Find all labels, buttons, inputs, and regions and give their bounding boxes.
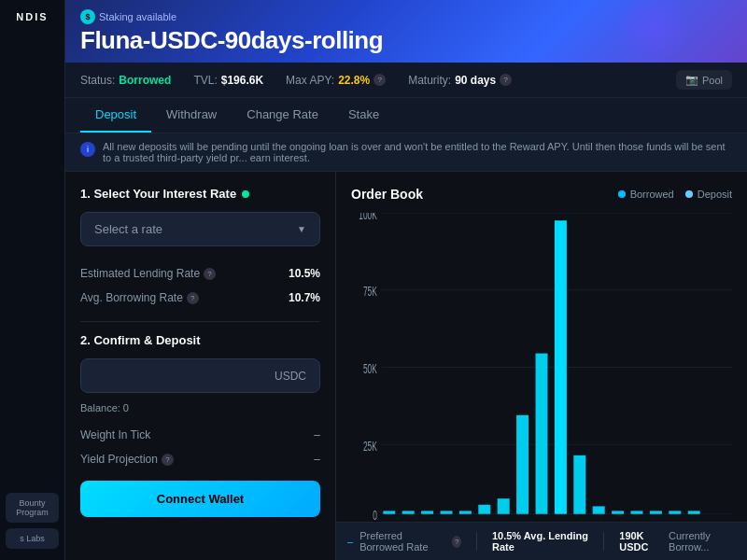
svg-rect-20	[573, 455, 585, 514]
footer-avg-val: 10.5% Avg. Lending Rate	[492, 530, 589, 553]
svg-rect-24	[650, 511, 662, 513]
status-item-tvl: TVL: $196.6K	[193, 74, 263, 87]
svg-rect-21	[593, 506, 605, 513]
rate-select-placeholder: Select a rate	[94, 222, 162, 236]
svg-rect-26	[688, 511, 700, 513]
yield-label: Yield Projection ?	[80, 453, 174, 466]
tab-change-rate[interactable]: Change Rate	[232, 98, 333, 133]
yield-val: –	[314, 453, 320, 466]
chart-title: Order Book	[351, 187, 423, 202]
svg-text:25K: 25K	[363, 438, 377, 454]
legend-borrowed-dot	[618, 190, 626, 198]
sidebar-bottom: Bounty Program s Labs	[0, 493, 64, 549]
footer-preferred-rate: – Preferred Borrowed Rate ?	[347, 530, 461, 553]
pool-title: Fluna-USDC-90days-rolling	[80, 26, 732, 55]
rate-select[interactable]: Select a rate ▼	[80, 212, 320, 246]
maturity-help-icon[interactable]: ?	[500, 74, 512, 86]
content-area: 1. Select Your Interest Rate Select a ra…	[65, 172, 747, 560]
tab-withdraw[interactable]: Withdraw	[151, 98, 232, 133]
legend-deposit-label: Deposit	[698, 189, 732, 200]
footer-divider1	[476, 532, 477, 551]
balance-label: Balance: 0	[80, 402, 320, 413]
svg-rect-17	[516, 415, 529, 514]
pool-camera-icon: 📷	[685, 74, 698, 86]
sidebar-item-labs[interactable]: s Labs	[6, 528, 59, 549]
weight-val: –	[314, 428, 320, 441]
est-lending-val: 10.5%	[289, 267, 320, 280]
avg-borrow-row: Avg. Borrowing Rate ? 10.7%	[80, 286, 320, 310]
svg-rect-22	[612, 511, 624, 513]
avg-borrow-label: Avg. Borrowing Rate ?	[80, 291, 199, 304]
chart-area: 100K 75K 50K 25K 0	[351, 213, 732, 522]
deposit-input-group[interactable]: USDC	[80, 358, 320, 393]
section1-title: 1. Select Your Interest Rate	[80, 187, 320, 201]
pool-badge[interactable]: 📷 Pool	[676, 70, 732, 90]
chart-footer: – Preferred Borrowed Rate ? 10.5% Avg. L…	[336, 522, 747, 560]
divider	[80, 321, 320, 322]
status-dot	[242, 190, 249, 198]
footer-avg-lending: 10.5% Avg. Lending Rate	[492, 530, 589, 553]
status-item-apy: Max APY: 22.8% ?	[286, 74, 386, 87]
svg-text:0: 0	[373, 508, 377, 522]
header-banner: $ Staking available Fluna-USDC-90days-ro…	[65, 0, 747, 63]
tab-deposit[interactable]: Deposit	[80, 98, 151, 133]
yield-help-icon[interactable]: ?	[162, 454, 174, 466]
legend-borrowed: Borrowed	[618, 189, 674, 200]
footer-pref-label: Preferred Borrowed Rate	[359, 530, 447, 553]
legend-borrowed-label: Borrowed	[630, 189, 674, 200]
legend-deposit: Deposit	[685, 189, 732, 200]
currency-label: USDC	[275, 370, 306, 383]
footer-borrowed-val: 190K USDC	[619, 530, 664, 553]
maturity-value: 90 days	[455, 74, 496, 87]
svg-rect-14	[459, 511, 472, 513]
svg-text:75K: 75K	[363, 284, 377, 300]
info-icon: i	[80, 142, 95, 157]
svg-rect-16	[498, 498, 510, 514]
svg-rect-25	[669, 511, 681, 513]
sidebar-item-bounty[interactable]: Bounty Program	[6, 493, 59, 523]
dash-icon: –	[347, 536, 353, 547]
chart-legend: Borrowed Deposit	[618, 189, 732, 200]
status-item-status: Status: Borrowed	[80, 74, 171, 87]
tabs: Deposit Withdraw Change Rate Stake	[65, 98, 747, 133]
coin-icon: $	[80, 9, 95, 24]
weight-label: Weight In Tick	[80, 428, 150, 441]
avg-borrow-val: 10.7%	[289, 291, 320, 304]
yield-row: Yield Projection ? –	[80, 447, 320, 471]
est-lending-help-icon[interactable]: ?	[204, 268, 216, 280]
info-banner: i All new deposits will be pending until…	[65, 133, 747, 172]
svg-text:100K: 100K	[359, 213, 376, 222]
chevron-down-icon: ▼	[297, 224, 306, 234]
chart-svg-container: 100K 75K 50K 25K 0	[351, 213, 732, 522]
apy-value: 22.8%	[338, 74, 370, 87]
est-lending-row: Estimated Lending Rate ? 10.5%	[80, 261, 320, 286]
status-value: Borrowed	[119, 74, 171, 87]
tvl-value: $196.6K	[221, 74, 263, 87]
svg-rect-10	[383, 511, 395, 513]
footer-help-icon[interactable]: ?	[452, 536, 461, 548]
tab-stake[interactable]: Stake	[333, 98, 394, 133]
svg-text:50K: 50K	[363, 361, 377, 377]
footer-borrowed-label: Currently Borrow...	[669, 530, 736, 553]
svg-rect-15	[478, 505, 490, 514]
left-panel: 1. Select Your Interest Rate Select a ra…	[65, 172, 336, 560]
deposit-input[interactable]	[94, 369, 275, 383]
footer-currently-borrowed: 190K USDC Currently Borrow...	[619, 530, 736, 553]
chart-header: Order Book Borrowed Deposit	[351, 187, 732, 202]
sidebar: NDIS Bounty Program s Labs	[0, 0, 65, 560]
info-text: All new deposits will be pending until t…	[103, 141, 732, 163]
svg-rect-11	[402, 511, 415, 513]
section2-title: 2. Confirm & Deposit	[80, 333, 320, 347]
apy-help-icon[interactable]: ?	[374, 74, 386, 86]
weight-row: Weight In Tick –	[80, 423, 320, 447]
main-content: $ Staking available Fluna-USDC-90days-ro…	[65, 0, 747, 560]
avg-borrow-help-icon[interactable]: ?	[187, 292, 199, 304]
svg-rect-18	[536, 354, 548, 514]
svg-rect-13	[441, 511, 453, 513]
svg-rect-12	[421, 511, 433, 513]
svg-rect-23	[631, 511, 643, 513]
connect-wallet-button[interactable]: Connect Wallet	[80, 481, 320, 517]
svg-rect-19	[555, 220, 567, 513]
logo: NDIS	[16, 11, 48, 22]
footer-divider2	[603, 532, 604, 551]
